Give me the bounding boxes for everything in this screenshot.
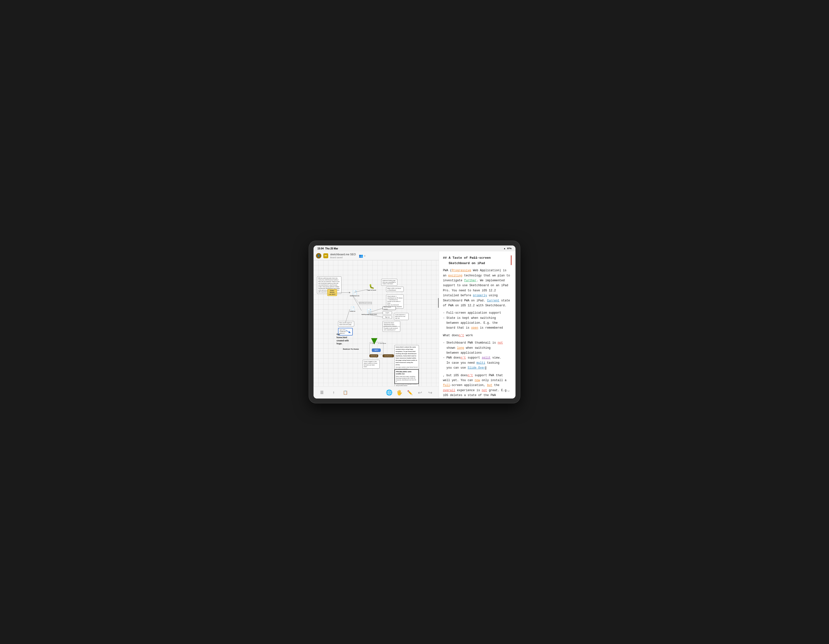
status-bar: 15:04 Thu 25 Mar ▲ 97%	[314, 245, 515, 251]
sketchboard-doc-node[interactable]: 📄 sketchboard.me	[350, 290, 359, 297]
panel-para-1: PWA (Progressive Web Application) is an …	[443, 268, 512, 308]
panel-bullets-1: - Full-screen application support - Stat…	[443, 311, 512, 331]
top-bar-icons: 👥 »	[359, 254, 366, 258]
board-title: sketchboard.me SEO	[330, 253, 356, 256]
get-label-1: 1. Get /	[370, 343, 375, 344]
panel-para-3: , but iOS doesn't support PWA that well …	[443, 373, 512, 399]
sketchboard-node-1[interactable]: sketchboard	[369, 354, 378, 357]
could-implement-note: Could implement a direct form for new si…	[394, 313, 409, 320]
wifi-icon: ▲	[503, 247, 506, 249]
log-in-node[interactable]: Log In	[383, 311, 392, 314]
get-label-2: 2. Get /home	[378, 343, 386, 344]
sketchboard-node-2[interactable]: sketchboard.io	[383, 354, 394, 357]
panel-heading: ## A Taste of Full-screen Sketchboard on…	[443, 255, 512, 266]
canonical-note: Possible to add canonical ref in sketchb…	[383, 327, 400, 332]
redo-tool[interactable]: ↪	[427, 389, 434, 396]
problems-content: When using home page, something that bri…	[396, 376, 418, 383]
date-display: Thu 25 Mar	[325, 247, 338, 250]
list-tool[interactable]: ☰	[318, 389, 325, 396]
board-badge: BD	[323, 253, 328, 258]
top-bar: 👤 BD sketchboard.me SEO Board saved 👥 »	[314, 251, 439, 260]
text-scrollbar[interactable]	[511, 255, 512, 265]
time-display: 15:04	[317, 247, 324, 250]
more-icon[interactable]: »	[364, 254, 366, 257]
toolbar-left: ☰ ↑ 📋	[318, 389, 349, 396]
yellow-node[interactable]: Public Boards Link SEO?	[327, 289, 337, 296]
canvas-grid[interactable]: Mild pre public [posuetec tristul ulsu m…	[314, 260, 439, 386]
url-not-found-note: When a URL is not found on Sketchboard.	[386, 287, 404, 292]
toolbar-right: 🌐 🖐 ✏️ ↩ ↪	[386, 389, 434, 396]
problems-box: PROBLEMS with CORS S3 When using home pa…	[394, 369, 419, 384]
allow-search-note: Allow search engines to index home.html …	[338, 321, 354, 327]
people-icon[interactable]: 👥	[359, 254, 363, 258]
status-right: ▲ 97%	[503, 247, 512, 249]
robots-doc-node[interactable]: 📄 robots.txt	[350, 306, 355, 312]
hand-tool[interactable]: 🖐	[396, 389, 403, 396]
scrollbar[interactable]	[438, 298, 439, 308]
nginx-node[interactable]: nginx	[372, 349, 381, 352]
new-board-button-node[interactable]: New board button	[383, 306, 396, 310]
landing-page-node[interactable]: 📄 landing page (home.html)	[362, 309, 377, 315]
globe-tool[interactable]: 🌐	[386, 389, 393, 396]
sign-up-node[interactable]: Sign up	[383, 316, 392, 319]
svg-line-7	[345, 309, 350, 323]
battery-display: 97%	[507, 247, 512, 249]
bottom-toolbar: ☰ ↑ 📋 🌐 🖐 ✏️ ↩ ↪	[314, 386, 439, 399]
board-status: Board saved	[330, 256, 356, 259]
ipad-screen: 15:04 Thu 25 Mar ▲ 97% 👤 BD sketchboard.…	[314, 245, 515, 399]
document-tool[interactable]: 📋	[342, 389, 349, 396]
sketchboard-new-node[interactable]: sketchboard.me/new	[359, 301, 372, 305]
user-logged-note: If user is logged in, then doesn't redir…	[362, 360, 380, 369]
avatar: 👤	[316, 253, 322, 259]
canvas-area[interactable]: 👤 BD sketchboard.me SEO Board saved 👥 »	[314, 251, 439, 399]
text-panel: ## A Taste of Full-screen Sketchboard on…	[439, 251, 515, 399]
ipad-frame: 15:04 Thu 25 Mar ▲ 97% 👤 BD sketchboard.…	[309, 241, 520, 403]
implement-note: Implement landing page.Give user a possi…	[381, 279, 397, 286]
undo-tool[interactable]: ↩	[417, 389, 424, 396]
get-home-label: Gethome.htmlcreated withhugo.	[337, 333, 349, 345]
pencil-tool[interactable]: ✏️	[407, 389, 413, 396]
panel-whats-wrong: What doesn't work	[443, 333, 512, 338]
redirect-label: Redirect To /home	[343, 348, 359, 351]
problems-title: PROBLEMS with CORS S3	[396, 371, 418, 375]
top-bar-info: sketchboard.me SEO Board saved	[330, 253, 356, 259]
panel-bullets-2: - Sketchboard PWA thumbnail is not shown…	[443, 340, 512, 370]
upload-tool[interactable]: ↑	[330, 389, 337, 396]
app-content: 👤 BD sketchboard.me SEO Board saved 👥 »	[314, 251, 515, 399]
status-left: 15:04 Thu 25 Mar	[317, 247, 338, 250]
page-not-found-node[interactable]: 🐛 Page not found	[367, 284, 376, 291]
